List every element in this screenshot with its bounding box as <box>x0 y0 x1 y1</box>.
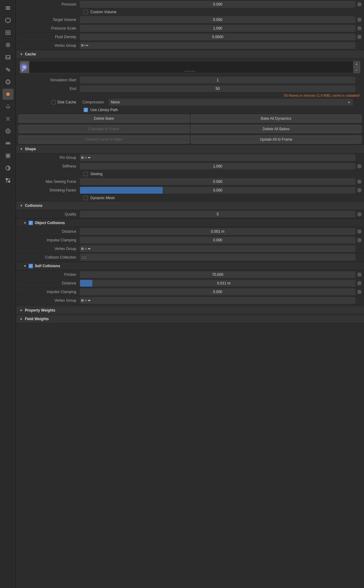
cache-minus-button[interactable]: − <box>353 67 360 73</box>
pressure-value[interactable]: 0.000 <box>80 1 355 8</box>
cache-plus-button[interactable]: + <box>353 61 360 67</box>
field-weights-section-header[interactable]: ▼ Field Weights <box>16 315 364 323</box>
dynamic-mesh-checkbox[interactable] <box>84 196 88 200</box>
obj-col-impulse-value[interactable]: 0.000 <box>80 237 355 244</box>
fluid-density-value[interactable]: 0.0000 <box>80 34 355 40</box>
self-collisions-checkbox[interactable]: ✓ <box>29 264 33 268</box>
object-icon[interactable] <box>2 89 14 100</box>
self-impulse-dot[interactable] <box>357 290 362 294</box>
calculate-to-frame-button[interactable]: Calculate to Frame <box>18 125 189 133</box>
pin-group-field[interactable] <box>80 154 355 161</box>
simulation-start-row: Simulation Start 1 <box>16 76 364 84</box>
simulation-end-value[interactable]: 50 <box>80 85 355 92</box>
self-vertex-group-field[interactable] <box>80 297 355 304</box>
obj-col-distance-value[interactable]: 0.001 m <box>80 228 355 235</box>
pressure-scale-dot[interactable] <box>357 26 362 30</box>
svg-rect-4 <box>7 32 9 34</box>
bake-all-dynamics-button[interactable]: Bake All Dynamics <box>191 115 362 123</box>
svg-rect-28 <box>6 181 8 183</box>
pressure-dot[interactable] <box>357 2 362 6</box>
obj-col-vertex-group-field[interactable] <box>80 245 355 252</box>
cache-section-header[interactable]: ▼ Cache <box>16 50 364 58</box>
self-friction-dot[interactable] <box>357 272 362 277</box>
self-impulse-value[interactable]: 0.000 <box>80 288 355 295</box>
play-icon: ▶ <box>22 68 24 72</box>
quality-value[interactable]: 5 <box>80 211 355 218</box>
particles-icon[interactable] <box>2 113 14 124</box>
data-icon[interactable] <box>2 150 14 161</box>
update-all-to-frame-button[interactable]: Update All to Frame <box>191 135 362 143</box>
compression-dropdown[interactable]: None ▼ <box>109 99 353 106</box>
max-sewing-force-label: Max Sewing Force <box>18 179 80 184</box>
main-panel: Pressure 0.000 Custom Volume Target Volu… <box>16 0 364 588</box>
bake-button-row-2: Calculate to Frame Delete All Bakes <box>16 124 364 134</box>
stiffness-value[interactable]: 1.000 <box>80 163 355 170</box>
use-library-path-label: Use Library Path <box>90 108 118 112</box>
use-library-path-checkbox[interactable]: ✓ <box>84 108 88 112</box>
self-friction-label: Friction <box>18 272 80 277</box>
svg-rect-29 <box>8 181 10 183</box>
constraints-icon[interactable] <box>2 138 14 149</box>
svg-point-10 <box>6 80 10 84</box>
collisions-arrow-icon: ▼ <box>20 204 23 207</box>
custom-volume-checkbox[interactable] <box>84 10 88 14</box>
self-vertex-group-row: Vertex Group <box>16 296 364 305</box>
delete-all-bakes-button[interactable]: Delete All Bakes <box>191 125 362 133</box>
object-collisions-section-header[interactable]: ▼ ✓ Object Collisions <box>16 219 364 227</box>
vertex-group-pressure-field[interactable] <box>80 42 355 49</box>
pressure-scale-value[interactable]: 1.000 <box>80 25 355 32</box>
self-friction-value[interactable]: 70.000 <box>80 271 355 278</box>
property-weights-section-header[interactable]: ▼ Property Weights <box>16 306 364 315</box>
image-icon[interactable] <box>2 52 14 63</box>
physics-icon[interactable] <box>2 126 14 137</box>
dynamic-mesh-row: Dynamic Mesh <box>16 195 364 201</box>
pressure-scale-label: Pressure Scale <box>18 26 80 30</box>
max-sewing-force-value[interactable]: 0.000 <box>80 178 355 185</box>
collisions-section-header[interactable]: ▼ Collisions <box>16 201 364 210</box>
self-distance-dot[interactable] <box>357 281 362 285</box>
fluid-density-dot[interactable] <box>357 35 362 39</box>
pin-group-label: Pin Group <box>18 155 80 160</box>
custom-volume-row: Custom Volume <box>16 9 364 15</box>
scene-props-icon[interactable] <box>2 64 14 75</box>
simulation-start-value[interactable]: 1 <box>80 77 355 83</box>
shrinking-factor-dot[interactable] <box>357 188 362 192</box>
sewing-label: Sewing <box>90 172 102 176</box>
obj-col-distance-label: Distance <box>18 229 80 234</box>
menu-icon[interactable] <box>2 2 14 14</box>
disk-cache-label: Disk Cache <box>57 100 76 104</box>
compression-chevron-icon: ▼ <box>347 101 350 104</box>
modifier-icon[interactable] <box>2 101 14 112</box>
object-collisions-checkbox[interactable]: ✓ <box>29 221 33 225</box>
disk-cache-checkbox[interactable] <box>51 100 56 104</box>
checker-icon[interactable] <box>2 175 14 186</box>
view-icon[interactable] <box>2 27 14 38</box>
scene-icon[interactable] <box>2 15 14 26</box>
render-icon[interactable] <box>2 39 14 50</box>
target-volume-dot[interactable] <box>357 18 362 22</box>
collision-collection-field[interactable]: ▭ <box>80 254 355 261</box>
simulation-end-label: End <box>18 87 80 91</box>
svg-point-13 <box>6 117 7 118</box>
svg-rect-2 <box>6 9 10 10</box>
max-sewing-force-dot[interactable] <box>357 179 362 184</box>
cache-arrow-icon: ▼ <box>20 52 23 56</box>
world-icon[interactable] <box>2 76 14 87</box>
target-volume-value[interactable]: 0.000 <box>80 16 355 23</box>
quality-dot[interactable] <box>357 212 362 216</box>
self-distance-value[interactable]: 0.011 m <box>80 280 355 287</box>
bake-button-row-1: Delete Bake Bake All Dynamics <box>16 113 364 124</box>
shape-section-header[interactable]: ▼ Shape <box>16 145 364 153</box>
cache-bar-dots <box>185 71 195 72</box>
stiffness-dot[interactable] <box>357 164 362 168</box>
obj-col-distance-dot[interactable] <box>357 229 362 234</box>
current-cache-to-bake-button[interactable]: Current Cache to Bake <box>18 135 189 143</box>
shrinking-factor-value[interactable]: 0.000 <box>80 187 355 194</box>
cache-timeline-bar[interactable]: ⏺ ▶ + − <box>20 61 360 73</box>
sewing-checkbox[interactable] <box>84 172 88 176</box>
delete-bake-button[interactable]: Delete Bake <box>18 115 189 123</box>
shape-section-title: Shape <box>25 147 36 151</box>
material-icon[interactable] <box>2 163 14 174</box>
self-collisions-section-header[interactable]: ▼ ✓ Self Collisions <box>16 262 364 270</box>
obj-col-impulse-dot[interactable] <box>357 238 362 242</box>
